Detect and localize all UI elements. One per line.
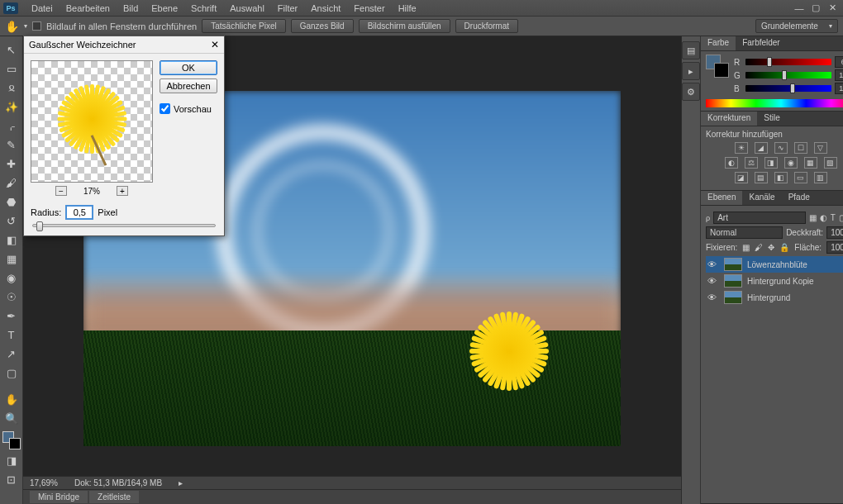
hand-tool-icon[interactable]: ✋ <box>5 20 19 33</box>
b-slider[interactable] <box>745 85 831 92</box>
actual-pixels-button[interactable]: Tatsächliche Pixel <box>202 19 285 33</box>
filter-adj-icon[interactable]: ◐ <box>820 213 827 222</box>
zoom-in-button[interactable]: + <box>117 186 128 196</box>
layer-row[interactable]: 👁 Hintergrund Kopie <box>706 273 843 289</box>
menu-datei[interactable]: Datei <box>25 2 60 15</box>
posterize-adj-icon[interactable]: ▤ <box>755 172 768 183</box>
opacity-input[interactable]: 100% <box>826 226 843 239</box>
layer-thumbnail[interactable] <box>724 258 742 271</box>
type-tool[interactable]: T <box>2 326 21 343</box>
color-swatches[interactable] <box>2 431 21 449</box>
selective-adj-icon[interactable]: ▥ <box>814 172 827 183</box>
layer-name[interactable]: Löwenzahnblüte <box>747 260 807 269</box>
menu-auswahl[interactable]: Auswahl <box>223 2 271 15</box>
brush-tool[interactable]: 🖌 <box>2 174 21 191</box>
zoom-tool[interactable]: 🔍 <box>2 410 21 426</box>
visibility-icon[interactable]: 👁 <box>707 292 719 302</box>
gradient-map-adj-icon[interactable]: ▭ <box>794 172 807 183</box>
menu-filter[interactable]: Filter <box>271 2 304 15</box>
vibrance-adj-icon[interactable]: ▽ <box>814 142 827 154</box>
dialog-close-button[interactable]: ✕ <box>211 39 219 50</box>
actions-panel-icon[interactable]: ▸ <box>682 62 700 80</box>
doc-info[interactable]: Dok: 51,3 MB/164,9 MB <box>74 478 162 487</box>
exposure-adj-icon[interactable]: ☐ <box>794 142 807 154</box>
menu-ebene[interactable]: Ebene <box>145 2 184 15</box>
preview-checkbox[interactable] <box>160 103 170 114</box>
zoom-out-button[interactable]: − <box>55 186 67 196</box>
spectrum-ramp[interactable] <box>706 99 843 107</box>
layer-name[interactable]: Hintergrund <box>747 293 790 302</box>
lookup-adj-icon[interactable]: ▧ <box>824 157 837 169</box>
visibility-icon[interactable]: 👁 <box>707 276 719 286</box>
stamp-tool[interactable]: ⬣ <box>2 193 21 210</box>
path-tool[interactable]: ↗ <box>2 345 21 362</box>
background-swatch[interactable] <box>9 438 21 449</box>
window-minimize-button[interactable]: — <box>792 2 807 14</box>
layer-thumbnail[interactable] <box>724 274 742 288</box>
lock-position-icon[interactable]: ✥ <box>768 243 774 252</box>
scroll-all-checkbox[interactable] <box>32 21 41 31</box>
paths-tab[interactable]: Pfade <box>782 191 817 205</box>
window-maximize-button[interactable]: ▢ <box>808 2 823 14</box>
r-value[interactable]: 65 <box>835 56 843 68</box>
radius-slider[interactable] <box>32 224 216 227</box>
curves-adj-icon[interactable]: ∿ <box>774 142 788 154</box>
photo-filter-adj-icon[interactable]: ◉ <box>784 157 798 169</box>
visibility-icon[interactable]: 👁 <box>707 259 719 269</box>
styles-tab[interactable]: Stile <box>757 112 786 126</box>
r-slider[interactable] <box>745 59 831 65</box>
status-arrow-icon[interactable]: ▸ <box>179 478 183 487</box>
color-panel-swatches[interactable] <box>706 55 729 78</box>
bw-adj-icon[interactable]: ◨ <box>764 157 778 169</box>
menu-bearbeiten[interactable]: Bearbeiten <box>60 2 117 15</box>
zoom-level[interactable]: 17,69% <box>30 478 58 487</box>
lock-all-icon[interactable]: 🔒 <box>779 243 789 252</box>
menu-ansicht[interactable]: Ansicht <box>304 2 347 15</box>
channels-tab[interactable]: Kanäle <box>742 191 781 205</box>
properties-panel-icon[interactable]: ⚙ <box>682 83 700 101</box>
dodge-tool[interactable]: ☉ <box>2 288 21 305</box>
radius-input[interactable] <box>66 206 93 219</box>
eraser-tool[interactable]: ◧ <box>2 231 21 248</box>
color-tab[interactable]: Farbe <box>701 36 736 50</box>
eyedropper-tool[interactable]: ✎ <box>2 136 21 153</box>
marquee-tool[interactable]: ▭ <box>2 60 21 77</box>
gradient-tool[interactable]: ▦ <box>2 250 21 267</box>
tool-preset-dropdown-icon[interactable]: ▾ <box>24 22 27 30</box>
filter-pixel-icon[interactable]: ▦ <box>809 213 817 222</box>
blend-mode-dropdown[interactable]: Normal <box>706 226 783 239</box>
workspace-dropdown[interactable]: Grundelemente▾ <box>755 19 838 33</box>
history-brush-tool[interactable]: ↺ <box>2 212 21 229</box>
threshold-adj-icon[interactable]: ◧ <box>774 172 788 183</box>
adjustments-tab[interactable]: Korrekturen <box>701 112 757 126</box>
quickmask-toggle[interactable]: ◨ <box>2 452 21 468</box>
layer-kind-dropdown[interactable]: Art <box>713 212 806 224</box>
layer-name[interactable]: Hintergrund Kopie <box>747 277 814 286</box>
invert-adj-icon[interactable]: ◪ <box>735 172 748 183</box>
levels-adj-icon[interactable]: ◢ <box>755 142 768 154</box>
heal-tool[interactable]: ✚ <box>2 155 21 172</box>
menu-bild[interactable]: Bild <box>117 2 145 15</box>
hue-adj-icon[interactable]: ◐ <box>725 157 738 169</box>
mixer-adj-icon[interactable]: ▦ <box>804 157 817 169</box>
ok-button[interactable]: OK <box>160 60 217 75</box>
layer-row[interactable]: 👁 Hintergrund 🔒 <box>706 289 843 306</box>
screenmode-toggle[interactable]: ⊡ <box>2 471 21 487</box>
g-value[interactable]: 109 <box>835 69 843 81</box>
fit-screen-button[interactable]: Ganzes Bild <box>291 19 354 33</box>
preview-thumbnail[interactable] <box>31 60 153 183</box>
lock-transparency-icon[interactable]: ▦ <box>742 243 750 252</box>
move-tool[interactable]: ↖ <box>2 41 21 58</box>
blur-tool[interactable]: ◉ <box>2 269 21 286</box>
lock-pixels-icon[interactable]: 🖌 <box>755 243 763 252</box>
filter-shape-icon[interactable]: ▢ <box>839 213 843 222</box>
filter-type-icon[interactable]: T <box>831 213 836 222</box>
swatches-tab[interactable]: Farbfelder <box>736 36 787 50</box>
layers-tab[interactable]: Ebenen <box>701 191 742 205</box>
fill-input[interactable]: 100% <box>826 241 843 254</box>
window-close-button[interactable]: ✕ <box>825 2 840 14</box>
wand-tool[interactable]: ✨ <box>2 98 21 115</box>
pen-tool[interactable]: ✒ <box>2 307 21 324</box>
dialog-titlebar[interactable]: Gaußscher Weichzeichner ✕ <box>24 36 224 54</box>
history-panel-icon[interactable]: ▤ <box>682 41 700 59</box>
